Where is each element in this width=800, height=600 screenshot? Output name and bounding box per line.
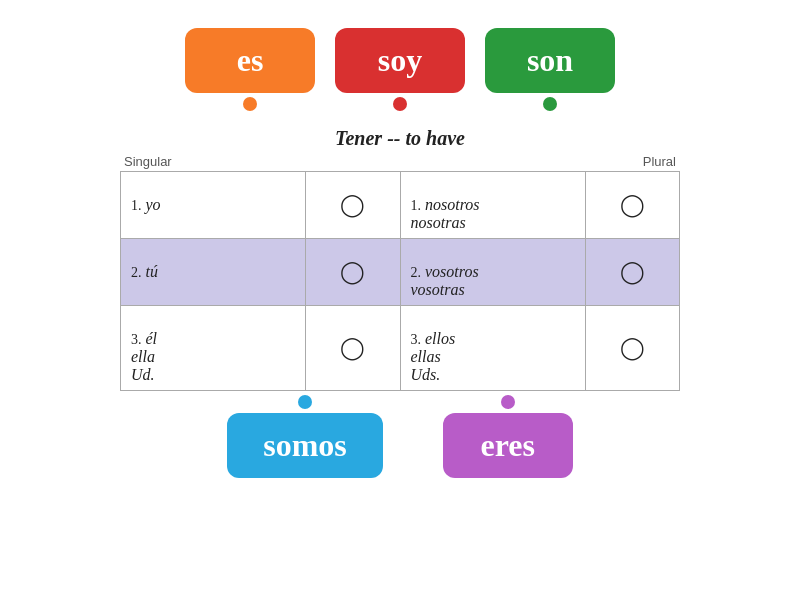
table-row: 1.yo ◯ 1.nosotros nosotras ◯ <box>121 172 680 239</box>
btn-son-pill: son <box>485 28 615 111</box>
row-num-1-right: 1. <box>411 198 422 213</box>
btn-es-pill: es <box>185 28 315 111</box>
btn-soy-pill: soy <box>335 28 465 111</box>
row-num-3-right: 3. <box>411 332 422 347</box>
table-row: 2.tú ◯ 2.vosotros vosotras ◯ <box>121 239 680 306</box>
btn-eres-pill: eres <box>443 395 573 478</box>
singular-label: Singular <box>124 154 172 169</box>
plural-1-cell: 1.nosotros nosotras <box>400 172 585 239</box>
pronoun-tu: tú <box>146 263 158 280</box>
row-num-2-left: 2. <box>131 265 142 280</box>
row-num-1-left: 1. <box>131 198 142 213</box>
conjugation-table: 1.yo ◯ 1.nosotros nosotras ◯ 2.tú ◯ 2.vo <box>120 171 680 391</box>
somos-button[interactable]: somos <box>227 413 383 478</box>
plural-2-cell: 2.vosotros vosotras <box>400 239 585 306</box>
page: es soy son Tener -- to have Singular Plu… <box>0 0 800 600</box>
singular-3-cell: 3.él ella Ud. <box>121 306 306 391</box>
table-row: 3.él ella Ud. ◯ 3.ellos ellas Uds. ◯ <box>121 306 680 391</box>
table-labels: Singular Plural <box>120 154 680 169</box>
son-button[interactable]: son <box>485 28 615 93</box>
title: Tener -- to have <box>0 127 800 150</box>
circle-3-right[interactable]: ◯ <box>585 306 680 391</box>
circle-1-left[interactable]: ◯ <box>306 172 401 239</box>
singular-1-cell: 1.yo <box>121 172 306 239</box>
soy-button[interactable]: soy <box>335 28 465 93</box>
son-dot <box>543 97 557 111</box>
conjugation-table-container: Singular Plural 1.yo ◯ 1.nosotros nosotr… <box>120 154 680 391</box>
btn-somos-pill: somos <box>227 395 383 478</box>
circle-2-left[interactable]: ◯ <box>306 239 401 306</box>
row-num-2-right: 2. <box>411 265 422 280</box>
somos-dot <box>298 395 312 409</box>
plural-label: Plural <box>643 154 676 169</box>
circle-2-right[interactable]: ◯ <box>585 239 680 306</box>
pronoun-yo: yo <box>146 196 161 213</box>
circle-1-right[interactable]: ◯ <box>585 172 680 239</box>
soy-dot <box>393 97 407 111</box>
es-button[interactable]: es <box>185 28 315 93</box>
es-dot <box>243 97 257 111</box>
bottom-buttons-container: somos eres <box>0 395 800 478</box>
eres-dot <box>501 395 515 409</box>
circle-3-left[interactable]: ◯ <box>306 306 401 391</box>
eres-button[interactable]: eres <box>443 413 573 478</box>
top-buttons-container: es soy son <box>0 0 800 111</box>
singular-2-cell: 2.tú <box>121 239 306 306</box>
row-num-3-left: 3. <box>131 332 142 347</box>
plural-3-cell: 3.ellos ellas Uds. <box>400 306 585 391</box>
